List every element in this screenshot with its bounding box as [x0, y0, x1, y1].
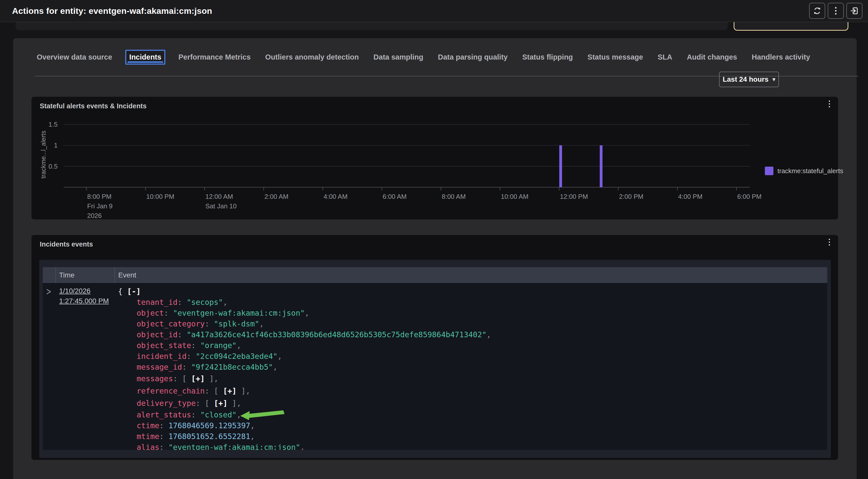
tab-handlers-activity[interactable]: Handlers activity — [750, 50, 812, 65]
svg-text:6:00 PM: 6:00 PM — [737, 193, 762, 200]
tab-outliers-anomaly-detection[interactable]: Outliers anomaly detection — [264, 50, 360, 65]
events-table: Time Event > 1/10/2026 1:27:45.000 PM { … — [39, 260, 831, 458]
expand-row-icon[interactable]: > — [46, 286, 51, 297]
tab-overview-data-source[interactable]: Overview data source — [35, 50, 114, 65]
svg-text:12:00 PM: 12:00 PM — [560, 193, 588, 200]
time-range-dropdown[interactable]: Last 24 hours ▾ — [719, 72, 779, 87]
event-json-line: alias: "eventgen-waf:akamai:cm:json", — [118, 442, 827, 450]
event-json-line: mtime: 1768051652.6552281, — [118, 431, 827, 442]
tab-status-message[interactable]: Status message — [586, 50, 645, 65]
open-in-panel-button[interactable] — [846, 3, 863, 19]
event-json-line: delivery_type: [ [+] ], — [118, 397, 827, 409]
svg-text:Fri Jan 9: Fri Jan 9 — [87, 202, 113, 210]
event-json-line: object_state: "orange", — [118, 340, 827, 351]
event-column-header: Event — [115, 267, 827, 283]
svg-text:10:00 PM: 10:00 PM — [146, 193, 174, 200]
exit-panel-icon — [850, 6, 859, 15]
more-menu-button[interactable] — [828, 3, 844, 19]
svg-text:10:00 AM: 10:00 AM — [501, 193, 529, 200]
refresh-icon — [813, 6, 822, 15]
panel-title: Stateful alerts events & Incidents — [40, 102, 147, 110]
event-date-link[interactable]: 1/10/2026 — [59, 286, 115, 296]
json-toggle[interactable]: [-] — [127, 287, 141, 296]
table-header-row: Time Event — [43, 267, 827, 283]
event-clock-link[interactable]: 1:27:45.000 PM — [59, 296, 115, 306]
legend-label: trackme:stateful_alerts — [777, 167, 843, 175]
page-title: Actions for entity: eventgen-waf:akamai:… — [12, 6, 212, 16]
svg-text:1: 1 — [54, 141, 58, 149]
legend-swatch — [765, 167, 773, 175]
incidents-panel: Incidents events Time Event > 1/10/2026 … — [31, 235, 838, 460]
window-header: Actions for entity: eventgen-waf:akamai:… — [0, 0, 868, 22]
svg-text:6:00 AM: 6:00 AM — [383, 193, 407, 200]
chart-legend[interactable]: trackme:stateful_alerts — [765, 167, 843, 175]
tab-data-parsing-quality[interactable]: Data parsing quality — [436, 50, 509, 65]
tab-bar: Overview data sourceIncidentsPerformance… — [35, 50, 834, 65]
svg-text:2:00 PM: 2:00 PM — [619, 193, 643, 200]
svg-text:12:00 AM: 12:00 AM — [205, 193, 233, 200]
json-toggle[interactable]: [+] — [191, 374, 205, 383]
time-column-header: Time — [56, 267, 115, 283]
stateful-alerts-panel: Stateful alerts events & Incidents 0.511… — [31, 97, 838, 219]
panel-menu-icon[interactable] — [826, 240, 833, 244]
svg-text:2026: 2026 — [87, 212, 102, 219]
svg-text:8:00 PM: 8:00 PM — [87, 193, 112, 200]
tab-audit-changes[interactable]: Audit changes — [685, 50, 739, 65]
header-actions — [809, 3, 863, 19]
kebab-icon — [835, 10, 837, 11]
tab-data-sampling[interactable]: Data sampling — [372, 50, 425, 65]
annotation-arrow-icon — [240, 410, 285, 420]
tab-performance-metrics[interactable]: Performance Metrics — [177, 50, 252, 65]
svg-text:4:00 AM: 4:00 AM — [323, 193, 347, 200]
refresh-button[interactable] — [809, 3, 825, 19]
event-json-line: object_id: "a417a3626ce41cf46cb33b08396b… — [118, 329, 827, 340]
time-range-label: Last 24 hours — [722, 75, 768, 83]
svg-text:2:00 AM: 2:00 AM — [265, 193, 288, 200]
expand-column-header — [43, 267, 56, 283]
tab-sla[interactable]: SLA — [656, 50, 674, 65]
panel-title: Incidents events — [40, 240, 93, 248]
json-toggle[interactable]: [+] — [223, 386, 237, 395]
panel-menu-icon[interactable] — [826, 102, 833, 106]
chevron-down-icon: ▾ — [773, 76, 775, 83]
event-json-line: reference_chain: [ [+] ], — [118, 385, 827, 397]
svg-text:Sat Jan 10: Sat Jan 10 — [205, 202, 237, 210]
svg-text:trackme...l_alerts: trackme...l_alerts — [40, 131, 47, 178]
json-toggle[interactable]: [+] — [214, 399, 227, 408]
tab-status-flipping[interactable]: Status flipping — [521, 50, 575, 65]
event-json-line: object: "eventgen-waf:akamai:cm:json", — [118, 308, 827, 318]
time-cell: 1/10/2026 1:27:45.000 PM — [56, 283, 115, 450]
table-body: > 1/10/2026 1:27:45.000 PM { [-]tenant_i… — [43, 283, 827, 450]
svg-text:8:00 AM: 8:00 AM — [442, 193, 466, 200]
svg-text:4:00 PM: 4:00 PM — [678, 193, 703, 200]
svg-text:0.5: 0.5 — [49, 163, 58, 170]
event-json-line: ctime: 1768046569.1295397, — [118, 420, 827, 431]
svg-text:1.5: 1.5 — [49, 121, 58, 128]
tab-incidents[interactable]: Incidents — [125, 50, 165, 65]
event-json-line: tenant_id: "secops", — [118, 297, 827, 308]
expand-cell: > — [43, 283, 56, 450]
event-json-cell[interactable]: { [-]tenant_id: "secops",object: "eventg… — [115, 283, 827, 450]
event-json-line: object_category: "splk-dsm", — [118, 318, 827, 329]
event-json-line: alert_status: "closed", — [118, 409, 827, 420]
event-json-line: message_id: "9f2421b8ecca4bb5", — [118, 362, 827, 372]
event-json-line: { [-] — [118, 286, 827, 297]
stateful-alerts-chart: 0.511.58:00 PMFri Jan 9202610:00 PM12:00… — [31, 112, 838, 219]
event-json-line: incident_id: "2cc094c2eba3ede4", — [118, 351, 827, 362]
entity-card: Overview data sourceIncidentsPerformance… — [13, 38, 857, 479]
event-json-line: messages: [ [+] ], — [118, 372, 827, 385]
